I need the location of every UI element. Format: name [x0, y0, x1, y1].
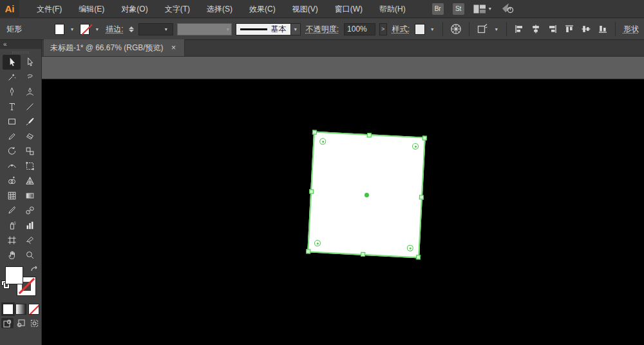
type-tool[interactable]: [3, 99, 21, 114]
style-panel-link[interactable]: 样式:: [392, 24, 410, 35]
chevron-down-icon: ▾: [294, 26, 297, 32]
blend-tool[interactable]: [21, 203, 39, 218]
draw-inside-mode-button[interactable]: [28, 318, 41, 328]
live-corner-widget-nw[interactable]: [319, 138, 327, 145]
selection-tool[interactable]: [3, 55, 21, 70]
live-corner-widget-se[interactable]: [407, 244, 414, 251]
artboard-tool[interactable]: [3, 233, 21, 248]
selection-handle-ne[interactable]: [422, 135, 427, 140]
window-menu[interactable]: 窗口(W): [327, 0, 371, 18]
select-menu[interactable]: 选择(S): [198, 0, 241, 18]
gradient-button[interactable]: [15, 304, 26, 315]
selection-handle-se[interactable]: [416, 255, 421, 259]
stroke-weight-dropdown[interactable]: ▾: [138, 23, 173, 35]
menubar-extras: Br St ▾: [432, 2, 515, 15]
help-menu[interactable]: 帮助(H): [371, 0, 414, 18]
vertical-align-bottom-icon[interactable]: [597, 23, 609, 35]
object-menu[interactable]: 对象(O): [113, 0, 156, 18]
eyedropper-tool[interactable]: [3, 203, 21, 218]
shape-builder-tool[interactable]: [3, 173, 21, 188]
document-tab[interactable]: 未标题-1* @ 66.67% (RGB/预览) ×: [44, 39, 185, 56]
stroke-panel-link[interactable]: 描边:: [106, 24, 123, 35]
live-corner-widget-ne[interactable]: [412, 143, 419, 150]
fill-stroke-indicator: [0, 265, 41, 301]
canvas-area[interactable]: [42, 57, 644, 345]
bridge-button[interactable]: Br: [432, 3, 444, 15]
illustrator-window: Ai 文件(F) 编辑(E) 对象(O) 文字(T) 选择(S) 效果(C) 视…: [0, 0, 644, 345]
selection-center-point[interactable]: [364, 192, 368, 197]
slice-tool[interactable]: [21, 233, 39, 248]
shaper-tool[interactable]: [3, 129, 21, 144]
zoom-tool[interactable]: [21, 248, 39, 262]
lasso-tool[interactable]: [21, 70, 39, 84]
selected-rectangle[interactable]: [307, 132, 426, 259]
style-chevron-icon[interactable]: ▾: [429, 26, 436, 32]
selection-handle-e[interactable]: [419, 195, 424, 199]
fill-color-swatch[interactable]: [55, 24, 65, 35]
stock-button[interactable]: St: [453, 3, 464, 15]
curvature-tool[interactable]: [21, 84, 39, 99]
opacity-expand-button[interactable]: >: [379, 23, 387, 35]
gradient-tool[interactable]: [21, 188, 39, 203]
recolor-artwork-icon[interactable]: [450, 22, 462, 36]
effect-menu[interactable]: 效果(C): [241, 0, 284, 18]
brush-definition-dropdown[interactable]: 基本 ▾: [236, 23, 301, 35]
workspace-switcher-button[interactable]: ▾: [473, 5, 491, 14]
draw-behind-mode-button[interactable]: [15, 318, 27, 328]
share-icon[interactable]: [500, 2, 515, 15]
selection-handle-w[interactable]: [309, 189, 314, 193]
horizontal-align-left-icon[interactable]: [513, 23, 525, 35]
selection-handle-n[interactable]: [367, 133, 372, 137]
pen-tool[interactable]: [3, 84, 21, 99]
direct-selection-tool[interactable]: [21, 55, 39, 70]
fill-chevron-icon[interactable]: ▾: [68, 26, 75, 32]
swap-fill-stroke-icon[interactable]: [30, 265, 39, 274]
select-similar-objects-icon[interactable]: [476, 22, 489, 36]
mesh-tool[interactable]: [3, 188, 21, 203]
stroke-color-swatch[interactable]: [80, 24, 90, 35]
opacity-panel-link[interactable]: 不透明度:: [306, 24, 339, 35]
document-tab-bar: 未标题-1* @ 66.67% (RGB/预览) ×: [42, 40, 644, 57]
live-corner-widget-sw[interactable]: [314, 240, 321, 247]
column-graph-tool[interactable]: [21, 218, 39, 233]
select-similar-chevron-icon[interactable]: ▾: [493, 26, 500, 32]
align-buttons: [513, 23, 609, 35]
line-segment-tool[interactable]: [21, 99, 39, 114]
paintbrush-tool[interactable]: [21, 114, 39, 129]
draw-normal-mode-button[interactable]: [1, 318, 14, 328]
symbol-sprayer-tool[interactable]: [3, 218, 21, 233]
rotate-tool[interactable]: [3, 144, 21, 159]
stroke-weight-stepper[interactable]: [129, 26, 135, 32]
shape-panel-link[interactable]: 形状: [623, 24, 639, 35]
opacity-input[interactable]: 100%: [344, 23, 375, 35]
vertical-align-top-icon[interactable]: [564, 23, 575, 35]
edit-menu[interactable]: 编辑(E): [70, 0, 113, 18]
stroke-chevron-icon[interactable]: ▾: [93, 26, 100, 32]
panel-grip[interactable]: [12, 52, 29, 54]
selection-handle-nw[interactable]: [312, 130, 317, 134]
vertical-align-center-icon[interactable]: [580, 23, 592, 35]
graphic-style-swatch[interactable]: [415, 24, 425, 35]
selection-handle-s[interactable]: [361, 252, 365, 257]
selection-handle-sw[interactable]: [306, 249, 310, 253]
type-menu[interactable]: 文字(T): [156, 0, 198, 18]
magic-wand-tool[interactable]: [3, 70, 21, 84]
horizontal-align-right-icon[interactable]: [547, 23, 558, 35]
scale-tool[interactable]: [21, 144, 39, 159]
width-tool[interactable]: [3, 159, 21, 173]
rectangle-tool[interactable]: [3, 114, 21, 129]
horizontal-align-center-icon[interactable]: [530, 23, 542, 35]
perspective-grid-tool[interactable]: [21, 173, 39, 188]
free-transform-tool[interactable]: [21, 159, 39, 173]
none-button[interactable]: [28, 304, 39, 315]
fill-proxy-swatch[interactable]: [5, 266, 23, 284]
view-menu[interactable]: 视图(V): [284, 0, 327, 18]
hand-tool[interactable]: [3, 248, 21, 262]
color-button[interactable]: [3, 304, 14, 315]
chevron-down-icon: ▾: [489, 6, 491, 12]
menu-items: 文件(F) 编辑(E) 对象(O) 文字(T) 选择(S) 效果(C) 视图(V…: [28, 0, 414, 18]
collapse-panel-button[interactable]: «: [0, 40, 41, 49]
tab-close-icon[interactable]: ×: [170, 43, 178, 52]
eraser-tool[interactable]: [21, 129, 39, 144]
file-menu[interactable]: 文件(F): [28, 0, 70, 18]
